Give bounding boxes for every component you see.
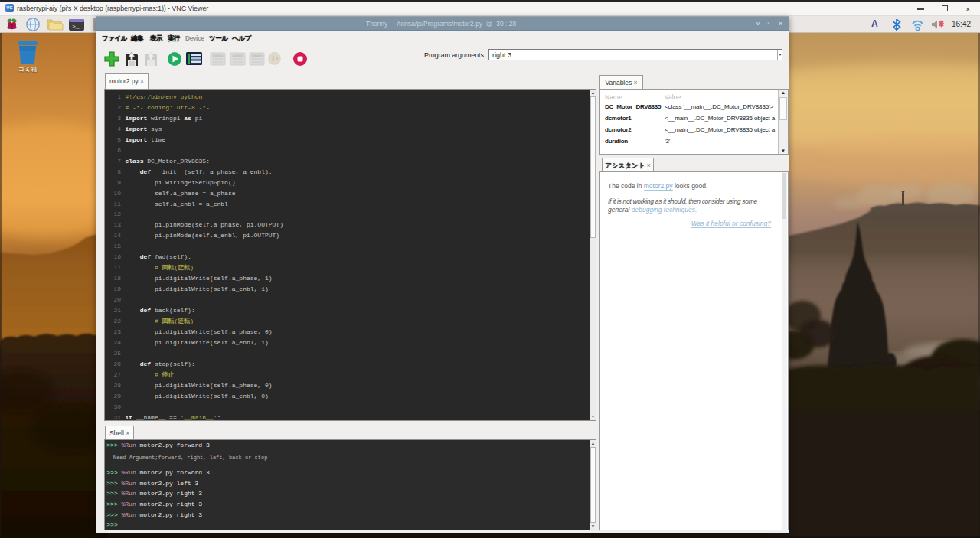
svg-text:>_: >_	[72, 23, 80, 30]
